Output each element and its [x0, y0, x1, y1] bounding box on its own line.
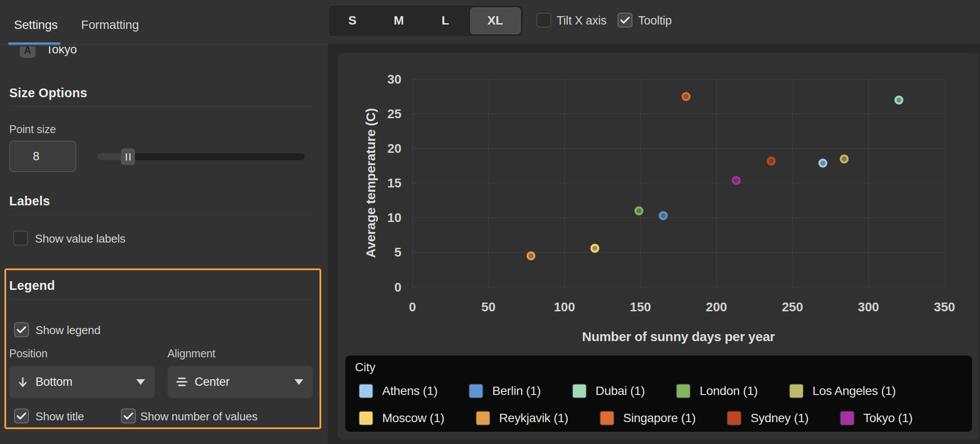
legend-swatch — [359, 384, 373, 398]
legend-swatch — [476, 411, 490, 426]
scatter-point-moscow[interactable] — [591, 245, 598, 252]
legend-item-berlin[interactable]: Berlin (1) — [469, 384, 541, 398]
legend-item-reykjavik[interactable]: Reykjavik (1) — [476, 411, 568, 426]
x-tick-label: 50 — [481, 300, 495, 314]
legend-item-label: Tokyo (1) — [863, 411, 913, 425]
legend-item-london[interactable]: London (1) — [676, 384, 757, 398]
legend-series-title: City — [355, 361, 376, 374]
scatter-point-sydney[interactable] — [768, 158, 775, 165]
legend-item-los-angeles[interactable]: Los Angeles (1) — [789, 384, 896, 398]
app: Settings Formatting A Tokyo Size Options… — [0, 0, 980, 444]
x-tick-label: 100 — [554, 300, 575, 314]
legend-item-dubai[interactable]: Dubai (1) — [572, 384, 645, 398]
y-axis-title: Average temperature (C) — [363, 108, 378, 258]
legend-item-label: Sydney (1) — [750, 411, 808, 425]
legend-item-label: Moscow (1) — [382, 411, 444, 425]
y-tick-label: 0 — [353, 280, 401, 294]
scatter-point-tokyo[interactable] — [733, 177, 740, 184]
legend-item-label: London (1) — [699, 384, 757, 398]
legend-item-label: Los Angeles (1) — [813, 384, 896, 398]
scatter-point-dubai[interactable] — [895, 96, 902, 103]
legend-item-label: Dubai (1) — [596, 384, 645, 398]
x-tick-label: 200 — [706, 300, 727, 314]
legend-item-sydney[interactable]: Sydney (1) — [727, 411, 808, 426]
legend-item-label: Athens (1) — [382, 384, 437, 398]
x-tick-label: 250 — [782, 300, 803, 314]
legend-swatch — [840, 411, 855, 426]
scatter-point-reykjavik[interactable] — [528, 252, 535, 259]
legend-row-1: Athens (1)Berlin (1)Dubai (1)London (1)L… — [359, 384, 896, 398]
legend-item-singapore[interactable]: Singapore (1) — [600, 411, 696, 426]
legend-swatch — [676, 384, 691, 398]
legend-swatch — [789, 384, 804, 398]
legend-swatch — [727, 411, 742, 426]
legend-swatch — [600, 411, 614, 426]
legend-item-label: Singapore (1) — [623, 411, 696, 425]
scatter-point-athens[interactable] — [820, 159, 827, 166]
legend-item-moscow[interactable]: Moscow (1) — [359, 411, 444, 426]
legend-item-label: Reykjavik (1) — [499, 411, 568, 425]
x-tick-label: 350 — [934, 300, 955, 314]
legend-swatch — [469, 384, 483, 398]
scatter-point-singapore[interactable] — [682, 93, 689, 100]
y-tick-label: 30 — [353, 72, 401, 87]
x-tick-label: 300 — [858, 300, 879, 314]
x-axis-title: Number of sunny days per year — [582, 329, 775, 344]
legend-item-tokyo[interactable]: Tokyo (1) — [840, 411, 913, 426]
scatter-point-los-angeles[interactable] — [841, 155, 848, 162]
x-tick-label: 0 — [409, 300, 416, 314]
legend-row-2: Moscow (1)Reykjavik (1)Singapore (1)Sydn… — [359, 411, 913, 426]
scatter-point-london[interactable] — [636, 208, 643, 215]
x-tick-label: 150 — [630, 300, 651, 314]
legend-swatch — [572, 384, 587, 398]
legend-item-label: Berlin (1) — [492, 384, 541, 398]
legend-item-athens[interactable]: Athens (1) — [359, 384, 437, 398]
scatter-point-berlin[interactable] — [660, 212, 667, 219]
legend-swatch — [359, 411, 373, 426]
